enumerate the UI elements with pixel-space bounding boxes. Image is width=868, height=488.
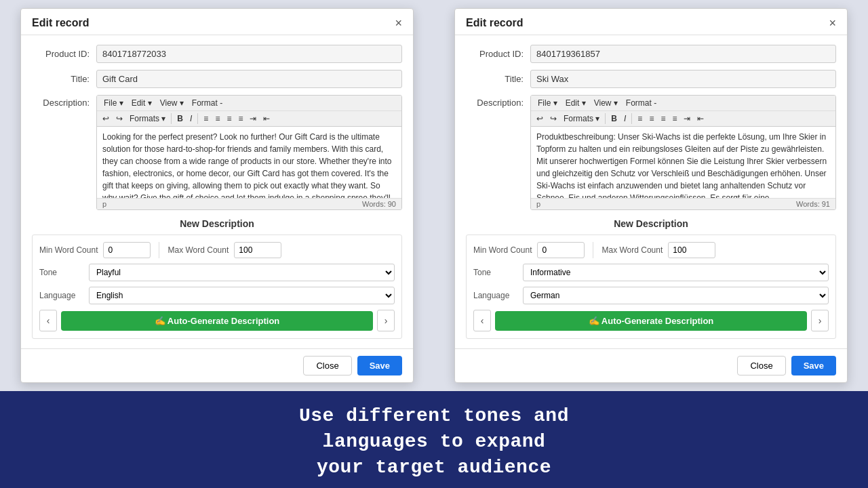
generate-row-1: ‹ ✍ Auto-Generate Description › [39, 310, 395, 331]
title-input-2[interactable] [530, 70, 836, 88]
prev-btn-2[interactable]: ‹ [473, 310, 491, 331]
editor-menu-1: File ▾ Edit ▾ View ▾ Format - [97, 96, 401, 111]
generate-row-2: ‹ ✍ Auto-Generate Description › [473, 310, 829, 331]
dialog1-footer: Close Save [21, 348, 413, 382]
bottom-banner: Use different tones and languages to exp… [0, 391, 868, 488]
menu-format[interactable]: Format - [188, 97, 226, 109]
description-editor: File ▾ Edit ▾ View ▾ Format - ↩ ↪ Format… [96, 95, 402, 210]
language-row-1: Language English German French Spanish [39, 287, 395, 304]
bold-btn-2[interactable]: B [608, 113, 620, 125]
sep2-2 [631, 113, 632, 124]
min-word-count-input-2[interactable] [537, 242, 585, 258]
language-select-2[interactable]: English German French Spanish [523, 287, 829, 304]
tone-row-1: Tone Playful Informative Professional Ca… [39, 264, 395, 281]
justify-btn-2[interactable]: ≡ [669, 113, 679, 125]
close-button-1[interactable]: Close [303, 356, 351, 375]
description-editor-2: File ▾ Edit ▾ View ▾ Format - ↩ ↪ Format… [530, 95, 836, 210]
dialog2-title: Edit record [466, 17, 523, 29]
indent-btn[interactable]: ⇥ [247, 113, 259, 125]
undo-btn-2[interactable]: ↩ [534, 113, 546, 125]
dialog2-header: Edit record × [455, 9, 847, 35]
menu-file-2[interactable]: File ▾ [534, 97, 561, 109]
product-id-input[interactable] [96, 45, 402, 63]
description-content-1[interactable]: Looking for the perfect present? Look no… [97, 127, 401, 198]
banner-line1: Use different tones and [14, 403, 854, 429]
redo-btn-2[interactable]: ↪ [547, 113, 559, 125]
save-button-1[interactable]: Save [357, 356, 402, 375]
language-label-1: Language [39, 291, 83, 300]
title-label: Title: [32, 74, 96, 84]
generate-btn-1[interactable]: ✍ Auto-Generate Description [61, 311, 373, 331]
redo-btn[interactable]: ↪ [113, 113, 125, 125]
language-label-2: Language [473, 291, 517, 300]
align-left-btn[interactable]: ≡ [201, 113, 211, 125]
max-word-count-input-1[interactable] [234, 242, 281, 258]
prev-btn-1[interactable]: ‹ [39, 310, 57, 331]
align-center-btn[interactable]: ≡ [212, 113, 222, 125]
next-btn-2[interactable]: › [811, 310, 829, 331]
menu-format-2[interactable]: Format - [622, 97, 660, 109]
max-word-count-label-2: Max Word Count [601, 245, 663, 255]
language-row-2: Language English German French Spanish [473, 287, 829, 304]
dialog1-close-icon[interactable]: × [395, 17, 402, 29]
menu-file[interactable]: File ▾ [100, 97, 127, 109]
close-button-2[interactable]: Close [737, 356, 785, 375]
outdent-btn[interactable]: ⇤ [260, 113, 273, 125]
word-count-display-1: Words: 90 [362, 200, 396, 208]
undo-btn[interactable]: ↩ [100, 113, 112, 125]
align-center-btn-2[interactable]: ≡ [646, 113, 656, 125]
description-label: Description: [32, 95, 96, 108]
editor-toolbar-2: ↩ ↪ Formats ▾ B I ≡ ≡ ≡ ≡ ⇥ ⇤ [531, 111, 835, 127]
align-right-btn[interactable]: ≡ [224, 113, 234, 125]
dialog1-wrapper: Edit record × Product ID: Title: Descrip… [0, 0, 434, 391]
wc-divider-2 [593, 242, 593, 258]
max-word-count-input-2[interactable] [668, 242, 715, 258]
dialog2-close-icon[interactable]: × [829, 17, 836, 29]
new-desc-title-1: New Description [32, 218, 402, 229]
sep2 [197, 113, 198, 124]
align-left-btn-2[interactable]: ≡ [635, 113, 645, 125]
new-desc-area-1: Min Word Count Max Word Count Tone Playf… [32, 235, 402, 339]
sep1-2 [605, 113, 606, 124]
description-row-2: Description: File ▾ Edit ▾ View ▾ Format… [466, 95, 836, 210]
min-word-count-label-2: Min Word Count [473, 245, 532, 255]
next-btn-1[interactable]: › [377, 310, 395, 331]
tone-select-1[interactable]: Playful Informative Professional Casual … [89, 264, 395, 281]
save-button-2[interactable]: Save [791, 356, 836, 375]
min-word-count-input-1[interactable] [103, 242, 151, 258]
product-id-label: Product ID: [32, 49, 96, 59]
description-label-2: Description: [466, 95, 530, 108]
description-content-2[interactable]: Produktbeschreibung: Unser Ski-Wachs ist… [531, 127, 835, 198]
word-count-display-2: Words: 91 [796, 200, 830, 208]
tone-label-1: Tone [39, 268, 83, 277]
dialog1-body: Product ID: Title: Description: File ▾ E… [21, 35, 413, 348]
menu-edit-2[interactable]: Edit ▾ [561, 97, 590, 109]
title-row: Title: [32, 70, 402, 88]
indent-btn-2[interactable]: ⇥ [681, 113, 693, 125]
editor-tag-2: p [536, 200, 540, 208]
align-right-btn-2[interactable]: ≡ [658, 113, 668, 125]
formats-dropdown-2[interactable]: Formats ▾ [561, 113, 602, 125]
menu-view-2[interactable]: View ▾ [590, 97, 622, 109]
description-row: Description: File ▾ Edit ▾ View ▾ Format… [32, 95, 402, 210]
tone-row-2: Tone Playful Informative Professional Ca… [473, 264, 829, 281]
dialog2-body: Product ID: Title: Description: File ▾ E… [455, 35, 847, 348]
formats-dropdown[interactable]: Formats ▾ [127, 113, 168, 125]
menu-view[interactable]: View ▾ [156, 97, 188, 109]
bold-btn[interactable]: B [174, 113, 186, 125]
product-id-label-2: Product ID: [466, 49, 530, 59]
sep1 [171, 113, 172, 124]
tone-select-2[interactable]: Playful Informative Professional Casual … [523, 264, 829, 281]
editor-menu-2: File ▾ Edit ▾ View ▾ Format - [531, 96, 835, 111]
italic-btn[interactable]: I [187, 113, 195, 125]
outdent-btn-2[interactable]: ⇤ [694, 113, 707, 125]
generate-btn-2[interactable]: ✍ Auto-Generate Description [495, 311, 807, 331]
product-id-input-2[interactable] [530, 45, 836, 63]
menu-edit[interactable]: Edit ▾ [127, 97, 156, 109]
justify-btn[interactable]: ≡ [235, 113, 245, 125]
title-input[interactable] [96, 70, 402, 88]
language-select-1[interactable]: English German French Spanish [89, 287, 395, 304]
product-id-row: Product ID: [32, 45, 402, 63]
italic-btn-2[interactable]: I [621, 113, 629, 125]
new-desc-area-2: Min Word Count Max Word Count Tone Playf… [466, 235, 836, 339]
